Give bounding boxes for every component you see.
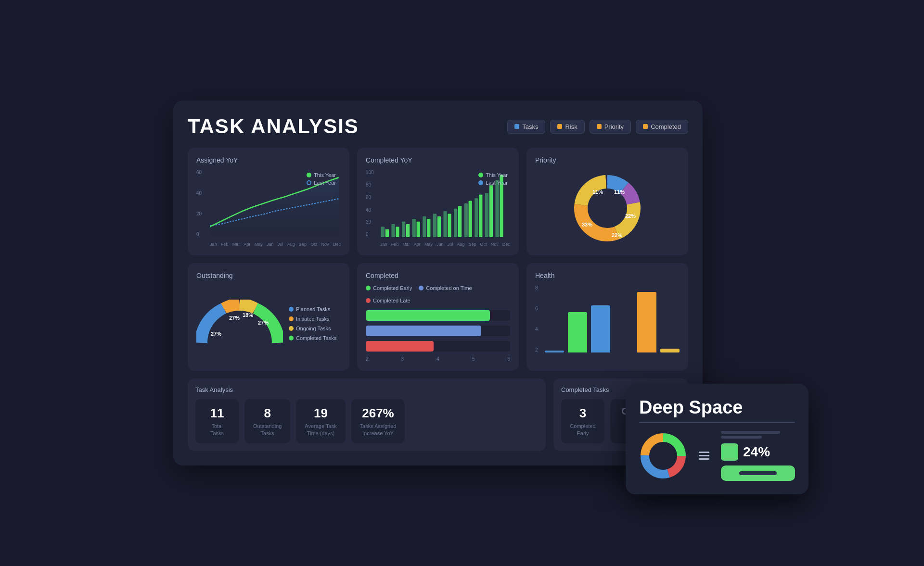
filter-completed[interactable]: Completed	[636, 120, 688, 134]
deep-space-divider	[639, 422, 795, 423]
svg-rect-23	[489, 186, 493, 238]
svg-text:27%: 27%	[211, 331, 221, 337]
svg-rect-17	[427, 219, 430, 238]
deep-space-content: 24%	[639, 431, 795, 481]
health-bars-row	[545, 285, 680, 352]
health-card: Health 8 6 4 2	[526, 263, 688, 371]
completed-y-labels: 100 80 60 40 20 0	[366, 170, 374, 237]
menu-line-2	[699, 455, 709, 456]
completed-early-label: CompletedEarly	[570, 423, 596, 437]
completed-yoy-title: Completed YoY	[366, 156, 510, 164]
svg-rect-9	[464, 203, 468, 237]
health-group-1	[545, 285, 564, 352]
legend-this-year: This Year	[307, 172, 336, 178]
total-tasks-label: TotalTasks	[204, 423, 230, 437]
health-bar-yellow-small	[660, 349, 680, 352]
filter-priority[interactable]: Priority	[590, 120, 631, 134]
bar-on-time	[366, 326, 510, 336]
filter-tasks[interactable]: Tasks	[507, 120, 545, 134]
tasks-dot	[514, 124, 519, 129]
filter-risk[interactable]: Risk	[550, 120, 584, 134]
header: TASK ANALYSIS Tasks Risk Priority Comple…	[188, 115, 688, 138]
outstanding-tasks-label: OutstandingTasks	[253, 423, 282, 437]
risk-dot	[557, 124, 562, 129]
avg-time-value: 19	[305, 406, 336, 421]
this-year-dot	[307, 173, 311, 177]
svg-rect-22	[479, 195, 482, 237]
svg-point-44	[650, 442, 677, 469]
ds-progress-bars	[721, 431, 795, 439]
legend-initiated: Initiated Tasks	[289, 316, 336, 322]
svg-rect-2	[391, 224, 395, 237]
health-group-6	[660, 285, 680, 352]
bar-early	[366, 310, 510, 321]
svg-rect-7	[443, 211, 447, 237]
increase-yoy-value: 267%	[360, 406, 397, 421]
ds-bar-long	[721, 431, 780, 434]
bar-early-fill	[366, 310, 490, 321]
assigned-yoy-card: Assigned YoY 60 40 20 0	[188, 148, 349, 255]
priority-title: Priority	[535, 156, 680, 164]
filter-buttons: Tasks Risk Priority Completed	[507, 120, 688, 134]
planned-dot	[289, 307, 294, 312]
ds-menu-button[interactable]	[695, 448, 713, 464]
health-bar-orange	[637, 292, 656, 352]
svg-rect-21	[469, 201, 472, 237]
svg-text:27%: 27%	[229, 315, 240, 321]
svg-rect-18	[437, 216, 441, 237]
svg-rect-13	[385, 229, 389, 237]
legend-completed-tasks: Completed Tasks	[289, 335, 336, 341]
ongoing-dot	[289, 326, 294, 331]
completed-tasks-dot	[289, 336, 294, 340]
task-analysis-stats-grid: 11 TotalTasks 8 OutstandingTasks 19 Aver…	[195, 399, 538, 443]
ds-action-button[interactable]	[721, 465, 795, 481]
legend-last-year: Last Year	[307, 180, 336, 186]
completed-bar-card: Completed Completed Early Completed on T…	[357, 263, 519, 371]
bar-late-track	[366, 341, 510, 352]
ds-green-square	[721, 443, 738, 461]
svg-rect-6	[433, 214, 436, 237]
bar-late-fill	[366, 341, 434, 352]
svg-rect-20	[458, 206, 462, 238]
outstanding-content: 27% 27% 18% 27% Planned Tasks	[196, 285, 341, 362]
svg-rect-15	[406, 224, 410, 237]
health-group-4	[614, 285, 633, 352]
stat-increase-yoy: 267% Tasks AssignedIncrease YoY	[351, 399, 405, 443]
priority-donut-svg: 11% 11% 22% 22% 33%	[569, 170, 646, 247]
stats-bar: Task Analysis 11 TotalTasks 8 Outstandin…	[188, 378, 688, 451]
legend-on-time: Completed on Time	[419, 285, 472, 291]
health-bar-blue	[591, 305, 610, 352]
priority-card: Priority 11% 11%	[526, 148, 688, 255]
ds-percent-box: 24%	[721, 443, 795, 461]
task-analysis-section-title: Task Analysis	[195, 386, 538, 393]
legend-early: Completed Early	[366, 285, 412, 291]
svg-rect-19	[448, 214, 451, 237]
legend-late: Completed Late	[366, 298, 411, 303]
completed-yoy-chart: 100 80 60 40 20 0	[366, 170, 510, 247]
completed-dot	[643, 124, 648, 129]
bar-early-track	[366, 310, 510, 321]
deep-space-title: Deep Space	[639, 397, 795, 418]
svg-text:22%: 22%	[625, 213, 636, 219]
last-year-dot-2	[478, 180, 483, 185]
initiated-dot	[289, 316, 294, 321]
ds-percent-value: 24%	[743, 444, 770, 460]
health-group-2	[568, 285, 587, 352]
svg-text:27%: 27%	[258, 320, 269, 326]
outstanding-legend: Planned Tasks Initiated Tasks Ongoing Ta…	[289, 306, 336, 341]
bar-late	[366, 341, 510, 352]
on-time-dot	[419, 286, 424, 290]
svg-rect-10	[475, 198, 478, 237]
hbar-legend: Completed Early Completed on Time Comple…	[366, 285, 510, 303]
bar-on-time-fill	[366, 326, 481, 336]
priority-donut-container: 11% 11% 22% 22% 33%	[535, 170, 680, 247]
svg-text:18%: 18%	[243, 312, 253, 318]
health-group-5	[637, 285, 656, 352]
outstanding-title: Outstanding	[196, 272, 341, 279]
total-tasks-value: 11	[204, 406, 230, 421]
gauge-svg: 27% 27% 18% 27%	[196, 300, 283, 348]
ds-bar-medium	[721, 436, 762, 439]
svg-text:22%: 22%	[612, 232, 622, 238]
increase-yoy-label: Tasks AssignedIncrease YoY	[360, 423, 397, 437]
menu-line-3	[699, 458, 709, 460]
